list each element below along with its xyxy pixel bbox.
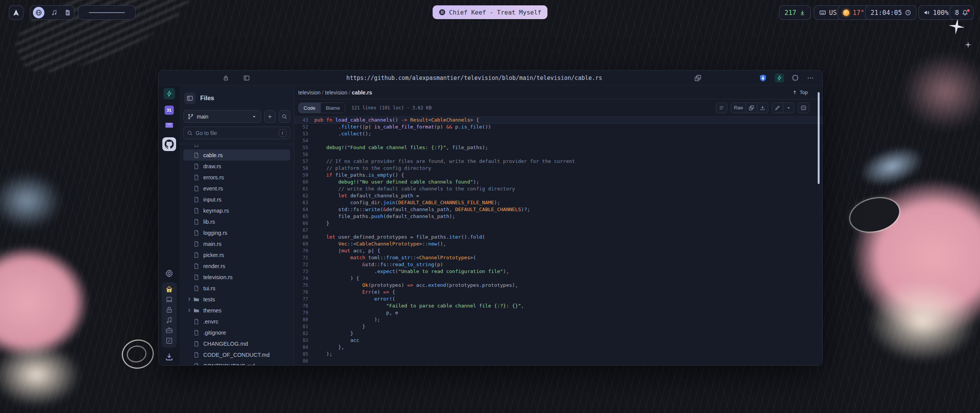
search-files-button[interactable]: [279, 110, 290, 123]
download-button[interactable]: [757, 102, 768, 113]
code-line-60: 60 debug!("No user defined cable channel…: [294, 179, 822, 185]
back-to-top-link[interactable]: Top: [792, 89, 808, 95]
tree-item-main.rs[interactable]: main.rs: [183, 238, 290, 249]
tree-item-keymap.rs[interactable]: keymap.rs: [183, 205, 290, 216]
tab-blame[interactable]: Blame: [321, 103, 345, 113]
line-number: 55: [294, 144, 314, 151]
breadcrumb-part[interactable]: television: [298, 89, 320, 96]
settings-gear-icon[interactable]: [165, 269, 173, 278]
tree-item-render.rs[interactable]: render.rs: [183, 260, 290, 272]
laptop-icon[interactable]: [165, 296, 173, 303]
calendar-dock-button[interactable]: 31: [165, 106, 174, 115]
mail-dock-button[interactable]: [165, 120, 174, 130]
downloads-icon[interactable]: [165, 353, 173, 361]
line-number: 65: [294, 213, 314, 220]
music-note-icon[interactable]: [165, 316, 173, 324]
tree-item-label: event.rs: [203, 185, 223, 192]
edit-dropdown-button[interactable]: [783, 102, 794, 113]
tree-item-logging.rs[interactable]: logging.rs: [183, 227, 290, 238]
tree-item-CONTRIBUTING.md[interactable]: CONTRIBUTING.md: [183, 360, 290, 366]
launcher-button[interactable]: [9, 5, 23, 20]
code-line-59: 59 if file_paths.is_empty() {: [294, 172, 822, 179]
file-icon: [193, 352, 199, 358]
line-number: 56: [294, 151, 314, 158]
extensions-puzzle-icon[interactable]: [792, 75, 799, 81]
code-line-52: 52 .filter(|p| is_cable_file_format(p) &…: [294, 124, 822, 130]
lightning-icon: [777, 75, 782, 81]
lock-icon[interactable]: [165, 306, 173, 314]
page-scrollbar-thumb[interactable]: [818, 92, 820, 184]
sidebar-toggle-icon[interactable]: [243, 75, 250, 81]
bookmarks-icon[interactable]: [694, 75, 701, 81]
branch-name: main: [197, 114, 208, 120]
url-bar[interactable]: https://github.com/alexpasmantier/televi…: [346, 70, 602, 86]
symbols-button[interactable]: [716, 102, 727, 113]
darkreader-dock-button[interactable]: [163, 88, 175, 99]
sidebar-divider: [180, 144, 294, 144]
adblock-shield-icon[interactable]: [759, 74, 767, 82]
raw-button[interactable]: Raw: [731, 102, 746, 113]
code-line-79: 79 p, e: [294, 309, 822, 316]
code-view-button[interactable]: [798, 102, 809, 113]
lightning-icon: [166, 91, 172, 97]
music-app-icon[interactable]: [51, 9, 58, 16]
github-dock-button-active[interactable]: [162, 137, 176, 151]
code-line-54: 54: [294, 137, 822, 144]
code-line-69: 69 Vec::<CableChannelPrototype>::new(),: [294, 241, 822, 247]
plus-icon: [267, 114, 273, 119]
tree-item-television.rs[interactable]: television.rs: [183, 272, 290, 283]
tree-item-tests[interactable]: tests: [183, 294, 290, 305]
goto-file-input[interactable]: [196, 130, 276, 136]
home-icon[interactable]: [165, 285, 173, 293]
new-file-button[interactable]: [264, 110, 276, 123]
code-line-78: 78 "Failed to parse cable channel file {…: [294, 302, 822, 309]
line-number: 54: [294, 137, 314, 144]
tree-item-tui.rs[interactable]: tui.rs: [183, 283, 290, 294]
notes-icon[interactable]: [165, 337, 173, 345]
goto-file-box[interactable]: t: [183, 127, 290, 139]
code-line-72: 72 &std::fs::read_to_string(p): [294, 261, 822, 268]
window-title-widget[interactable]: [78, 5, 136, 20]
tree-item-.gitignore[interactable]: .gitignore: [183, 327, 290, 338]
tree-item-themes[interactable]: themes: [183, 305, 290, 316]
copy-button[interactable]: [746, 102, 757, 113]
code-line-68: 68 let user_defined_prototypes = file_pa…: [294, 234, 822, 241]
darkreader-extension-button[interactable]: [775, 73, 784, 83]
network-widget[interactable]: 217: [779, 5, 811, 20]
tree-item-cable.rs[interactable]: cable.rs: [183, 150, 290, 161]
file-meta: 121 lines (101 loc) · 3.62 KB: [351, 105, 432, 111]
breadcrumb-part[interactable]: cable.rs: [352, 89, 372, 96]
search-icon: [282, 114, 287, 119]
line-number: 71: [294, 254, 314, 261]
clock-widget[interactable]: 21:04:05: [865, 5, 916, 20]
browser-app-button[interactable]: [33, 7, 44, 18]
tree-item-input.rs[interactable]: input.rs: [183, 194, 290, 205]
breadcrumb-part[interactable]: television: [325, 89, 347, 96]
notifications-widget[interactable]: 8: [950, 5, 973, 20]
edit-button[interactable]: [772, 102, 783, 113]
chevron-down-icon: [786, 105, 791, 111]
menu-dots-icon[interactable]: [807, 75, 814, 81]
tree-item-picker.rs[interactable]: picker.rs: [183, 249, 290, 260]
collapse-file-tree-button[interactable]: [184, 93, 196, 104]
code-viewer[interactable]: 43pub fn load_cable_channels() -> Result…: [294, 116, 822, 366]
line-number: 67: [294, 227, 314, 234]
chev-r-icon: [186, 296, 192, 302]
briefcase-icon[interactable]: [165, 327, 173, 334]
tree-item-.envrc[interactable]: .envrc: [183, 316, 290, 327]
line-number: 84: [294, 344, 314, 351]
tree-item-label: CODE_OF_CONDUCT.md: [203, 352, 270, 358]
tree-item-draw.rs[interactable]: draw.rs: [183, 161, 290, 172]
document-app-icon[interactable]: [64, 9, 71, 16]
tab-code[interactable]: Code: [299, 103, 321, 113]
tree-item-lib.rs[interactable]: lib.rs: [183, 216, 290, 227]
tree-item-CODE_OF_CONDUCT.md[interactable]: CODE_OF_CONDUCT.md: [183, 349, 290, 360]
media-player-widget[interactable]: Chief Keef - Treat Myself: [433, 5, 547, 19]
branch-selector[interactable]: main: [183, 110, 261, 123]
tree-item-event.rs[interactable]: event.rs: [183, 183, 290, 194]
tree-item-errors.rs[interactable]: errors.rs: [183, 172, 290, 183]
lock-icon[interactable]: [223, 75, 229, 81]
code-line-56: 56: [294, 151, 822, 158]
file-icon: [193, 197, 199, 203]
tree-item-CHANGELOG.md[interactable]: CHANGELOG.md: [183, 338, 290, 349]
